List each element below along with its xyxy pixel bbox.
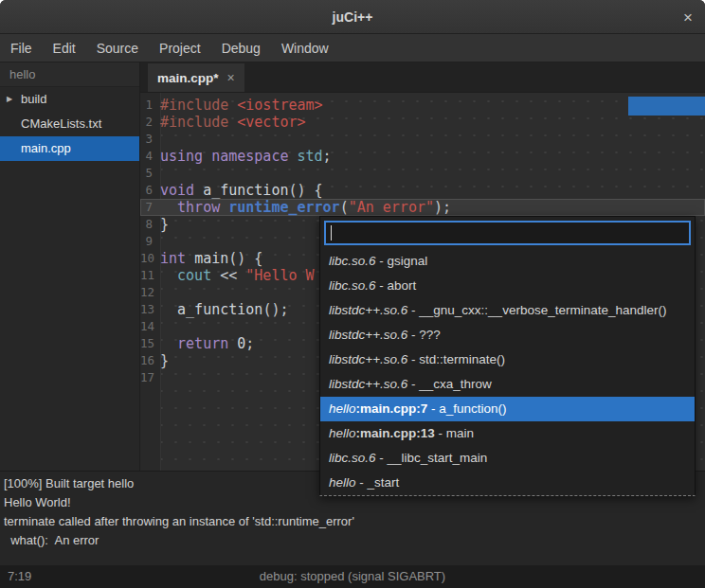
sidebar: hello ▶buildCMakeLists.txtmain.cpp (0, 62, 140, 471)
code-text: cout << "Hello W (156, 267, 315, 284)
code-token: <iostream> (237, 97, 322, 114)
code-token: a_function (177, 301, 262, 318)
console-line-2: Hello World! (4, 493, 701, 512)
cursor-position: 7:19 (8, 565, 31, 588)
code-text (156, 284, 160, 301)
code-token (194, 182, 203, 199)
code-token: ); (434, 199, 451, 216)
menu-item-project[interactable]: Project (149, 34, 211, 62)
popup-item-4[interactable]: libstdc++.so.6 - ??? (320, 323, 695, 347)
code-token: a_function (203, 182, 288, 199)
code-line-6[interactable]: 6void a_function() { (140, 182, 705, 199)
code-line-3[interactable]: 3 (140, 131, 705, 148)
tab-close-icon[interactable]: × (227, 70, 235, 85)
popup-item-part: - __cxa_throw (407, 377, 492, 391)
line-number: 8 (140, 216, 156, 233)
code-token: << (211, 267, 245, 284)
popup-item-part: - main (435, 426, 474, 440)
code-token (203, 148, 211, 165)
code-token (160, 335, 177, 352)
code-token (160, 301, 177, 318)
popup-item-1[interactable]: libc.so.6 - gsignal (320, 249, 695, 274)
code-token: runtime_error (228, 199, 339, 216)
file-label: build (21, 92, 46, 106)
console-line-4: what(): An error (4, 531, 701, 550)
close-icon[interactable]: × (683, 9, 693, 25)
code-token: 0 (237, 335, 245, 352)
popup-item-6[interactable]: libstdc++.so.6 - __cxa_throw (320, 372, 695, 397)
popup-item-2[interactable]: libc.so.6 - abort (320, 274, 695, 298)
popup-item-part: hello (329, 401, 356, 416)
tab-main-cpp[interactable]: main.cpp* × (148, 63, 244, 92)
code-token: } (160, 216, 169, 233)
code-token: #include (160, 114, 237, 131)
code-text: return 0; (156, 335, 254, 352)
code-token: "An error" (349, 199, 434, 216)
popup-item-part: hello (329, 426, 356, 440)
code-line-5[interactable]: 5 (140, 165, 705, 182)
line-number: 3 (140, 131, 156, 148)
code-text (156, 318, 160, 335)
line-number: 10 (140, 250, 156, 267)
popup-item-9[interactable]: libc.so.6 - __libc_start_main (320, 446, 695, 471)
code-token: void (160, 182, 194, 199)
popup-list: libc.so.6 - gsignallibc.so.6 - abortlibs… (320, 249, 695, 495)
line-number: 15 (140, 335, 156, 352)
popup-item-part: libc.so.6 (329, 278, 376, 293)
code-token: ; (323, 148, 332, 165)
menu-item-window[interactable]: Window (271, 34, 339, 62)
code-token: namespace (211, 148, 288, 165)
expander-icon[interactable]: ▶ (7, 87, 12, 112)
sidebar-item-cmakelists-txt[interactable]: CMakeLists.txt (0, 112, 139, 136)
popup-item-3[interactable]: libstdc++.so.6 - __gnu_cxx::__verbose_te… (320, 298, 695, 323)
popup-item-5[interactable]: libstdc++.so.6 - std::terminate() (320, 347, 695, 372)
popup-item-8[interactable]: hello:main.cpp:13 - main (320, 421, 695, 446)
popup-item-10[interactable]: hello - _start (320, 471, 695, 495)
code-token: () { (288, 182, 322, 199)
status-bar: 7:19 debug: stopped (signal SIGABRT) (0, 565, 705, 588)
code-token (288, 148, 297, 165)
line-number: 16 (140, 352, 156, 369)
sidebar-item-main-cpp[interactable]: main.cpp (0, 136, 139, 161)
code-token: } (160, 352, 169, 369)
menu-item-source[interactable]: Source (86, 34, 149, 62)
app-window: juCi++ × FileEditSourceProjectDebugWindo… (0, 0, 705, 588)
popup-item-part: :main.cpp:13 (356, 426, 435, 440)
code-token: #include (160, 97, 237, 114)
stack-trace-popup: libc.so.6 - gsignallibc.so.6 - abortlibs… (319, 216, 696, 496)
popup-item-part: libstdc++.so.6 (329, 328, 407, 342)
popup-item-7[interactable]: hello:main.cpp:7 - a_function() (320, 397, 695, 421)
code-token: int (160, 250, 186, 267)
line-number: 9 (140, 233, 156, 250)
menu-item-file[interactable]: File (0, 34, 43, 62)
code-token (160, 267, 177, 284)
file-label: CMakeLists.txt (21, 116, 101, 131)
code-line-2[interactable]: 2#include <vector> (140, 114, 705, 131)
title-bar[interactable]: juCi++ × (0, 0, 705, 34)
code-token: ; (245, 335, 254, 352)
line-number: 12 (140, 284, 156, 301)
popup-input-wrap (324, 221, 691, 245)
code-token: <vector> (237, 114, 305, 131)
popup-item-part: - gsignal (376, 254, 428, 268)
menu-item-debug[interactable]: Debug (211, 34, 271, 62)
code-token (220, 199, 228, 216)
code-line-7[interactable]: 7 throw runtime_error("An error"); (140, 199, 705, 216)
scrollbar-thumb[interactable] (628, 97, 705, 116)
popup-item-part: hello (329, 475, 356, 490)
sidebar-item-build[interactable]: ▶build (0, 87, 139, 112)
code-token: "Hello W (245, 267, 314, 284)
line-number: 6 (140, 182, 156, 199)
code-token (160, 199, 177, 216)
line-number: 7 (140, 199, 156, 216)
code-token: std (298, 148, 323, 165)
tab-label: main.cpp* (157, 71, 219, 85)
menu-item-edit[interactable]: Edit (43, 34, 86, 62)
code-line-4[interactable]: 4using namespace std; (140, 148, 705, 165)
popup-search-input[interactable] (324, 221, 691, 245)
code-text: a_function(); (156, 301, 288, 318)
popup-item-part: - a_function() (427, 401, 506, 416)
console-line-3: terminate called after throwing an insta… (4, 512, 701, 531)
code-line-1[interactable]: 1#include <iostream> (140, 97, 705, 114)
code-token: ( (340, 199, 349, 216)
